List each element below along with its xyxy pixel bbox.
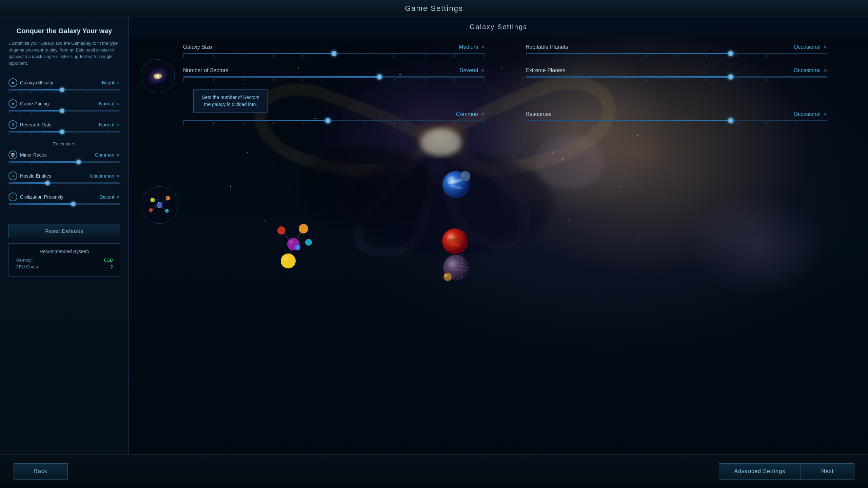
- hostile-entities-value: Uncommon: [90, 173, 114, 179]
- habitable-planets-value: Occasional: [794, 44, 821, 50]
- encounters-section-label: Encounters: [8, 141, 120, 146]
- galaxy-difficulty-slider[interactable]: [8, 89, 120, 90]
- hostile-entities-slider[interactable]: [8, 182, 120, 184]
- galaxy-settings-header: Galaxy Settings: [129, 17, 868, 37]
- galaxy-difficulty-value: Bright: [102, 80, 114, 85]
- svg-point-63: [299, 224, 308, 233]
- minor-races-value: Common: [95, 152, 114, 158]
- number-of-sectors-setting: Number of Sectors Several ✕: [183, 67, 485, 81]
- grid-planet-icon: [441, 252, 471, 283]
- number-of-sectors-value: Several: [460, 67, 478, 74]
- hostile-entities-label: Hostile Entities: [20, 173, 52, 179]
- habitable-planet-image: [441, 169, 471, 201]
- skull-icon: ☠: [8, 171, 17, 180]
- sector-network-image: [139, 183, 180, 228]
- galaxy-settings-grid: Galaxy Size Medium ✕: [183, 44, 861, 124]
- page-title: Game Settings: [405, 4, 463, 13]
- game-pacing-label: Game Pacing: [20, 101, 49, 106]
- resources-setting: Resources Occasional ✕: [526, 111, 827, 124]
- svg-point-54: [448, 234, 453, 239]
- research-rate-slider[interactable]: [8, 131, 120, 133]
- galaxy-thumb-image: [139, 58, 176, 96]
- left-panel-heading: Conquer the Galaxy Your way: [8, 27, 120, 35]
- resources-label: Resources: [526, 111, 551, 117]
- galaxy-size-close[interactable]: ✕: [481, 44, 485, 50]
- cpu-row: CPU Cores: 2: [16, 264, 113, 269]
- number-of-sectors-close[interactable]: ✕: [481, 68, 485, 73]
- hostile-entities-close[interactable]: ✕: [116, 173, 120, 179]
- planet-system-image: [271, 217, 315, 272]
- unlabeled-close[interactable]: ✕: [481, 111, 485, 117]
- minor-races-label: Minor Races: [20, 152, 47, 158]
- galaxy-size-setting: Galaxy Size Medium ✕: [183, 44, 485, 57]
- extreme-planets-close[interactable]: ✕: [823, 68, 827, 73]
- galaxy-difficulty-setting: ★ Galaxy difficulty Bright ✕: [8, 78, 120, 93]
- flask-icon: ⚗: [8, 120, 17, 129]
- number-of-sectors-slider[interactable]: [183, 76, 485, 78]
- hostile-entities-setting: ☠ Hostile Entities Uncommon ✕: [8, 171, 120, 186]
- svg-point-49: [460, 171, 470, 181]
- title-bar: Game Settings: [0, 0, 868, 17]
- galaxy-settings-title: Galaxy Settings: [470, 23, 527, 30]
- habitable-planets-setting: Habitable Planets Occasional ✕: [526, 44, 827, 57]
- cpu-label: CPU Cores:: [16, 264, 39, 269]
- galaxy-size-slider[interactable]: [183, 53, 485, 54]
- number-of-sectors-label: Number of Sectors: [183, 67, 228, 74]
- blue-planet-icon: [441, 169, 471, 200]
- game-pacing-setting: ⧗ Game Pacing Normal ✕: [8, 99, 120, 114]
- extreme-planets-label: Extreme Planets: [526, 67, 565, 74]
- habitable-planets-slider[interactable]: [526, 53, 827, 54]
- extreme-planets-value: Occasional: [794, 67, 821, 74]
- memory-row: Memory: 8GB: [16, 258, 113, 263]
- minor-races-close[interactable]: ✕: [116, 152, 120, 158]
- minor-races-slider[interactable]: [8, 161, 120, 163]
- galaxy-difficulty-label: Galaxy difficulty: [20, 80, 53, 85]
- sector-network-icon: [139, 183, 180, 227]
- network-icon: ⬡: [8, 192, 17, 201]
- resources-slider[interactable]: [526, 120, 827, 121]
- research-rate-value: Normal: [99, 122, 114, 127]
- habitable-planets-label: Habitable Planets: [526, 44, 568, 50]
- left-panel-description: Customize your Galaxy and the Gameplay t…: [8, 40, 120, 66]
- resources-value: Occasional: [794, 111, 821, 117]
- civilization-proximity-value: Distant: [99, 194, 114, 200]
- hourglass-icon: ⧗: [8, 99, 17, 108]
- unlabeled-slider[interactable]: [183, 120, 485, 121]
- research-rate-label: Research Rate: [20, 122, 52, 127]
- civilization-proximity-close[interactable]: ✕: [116, 194, 120, 200]
- svg-point-66: [289, 240, 293, 244]
- left-panel: Conquer the Galaxy Your way Customize yo…: [0, 17, 129, 488]
- minor-races-setting: 👽 Minor Races Common ✕: [8, 150, 120, 165]
- extreme-planets-slider[interactable]: [526, 76, 827, 78]
- galaxy-size-label: Galaxy Size: [183, 44, 212, 50]
- reset-defaults-button[interactable]: Reset Defaults: [8, 224, 120, 238]
- resources-close[interactable]: ✕: [823, 111, 827, 117]
- svg-point-57: [444, 274, 448, 277]
- research-rate-setting: ⚗ Research Rate Normal ✕: [8, 120, 120, 135]
- game-pacing-close[interactable]: ✕: [116, 101, 120, 106]
- svg-point-33: [156, 75, 159, 78]
- svg-point-50: [462, 173, 465, 177]
- habitable-planets-close[interactable]: ✕: [823, 44, 827, 50]
- extreme-planets-setting: Extreme Planets Occasional ✕: [526, 67, 827, 81]
- recommended-title: Recommended System: [16, 249, 113, 254]
- memory-value: 8GB: [104, 258, 113, 263]
- unlabeled-value: Common: [456, 111, 478, 117]
- alien-icon: 👽: [8, 150, 17, 159]
- memory-label: Memory:: [16, 258, 33, 263]
- svg-point-69: [295, 245, 300, 250]
- civilization-proximity-slider[interactable]: [8, 203, 120, 205]
- game-pacing-slider[interactable]: [8, 110, 120, 111]
- sectors-tooltip: Sets the number of Sectors the galaxy is…: [193, 89, 268, 113]
- svg-point-48: [448, 176, 454, 183]
- star-icon: ★: [8, 78, 17, 87]
- unlabeled-setting: Common ✕: [183, 111, 485, 124]
- galaxy-difficulty-close[interactable]: ✕: [116, 80, 120, 85]
- back-button[interactable]: Back: [14, 463, 68, 480]
- civilization-proximity-setting: ⬡ Civilization Proximity Distant ✕: [8, 192, 120, 207]
- civilization-proximity-label: Civilization Proximity: [20, 194, 63, 200]
- research-rate-close[interactable]: ✕: [116, 122, 120, 127]
- svg-point-64: [305, 239, 312, 246]
- svg-point-56: [443, 273, 452, 281]
- svg-point-62: [277, 226, 285, 235]
